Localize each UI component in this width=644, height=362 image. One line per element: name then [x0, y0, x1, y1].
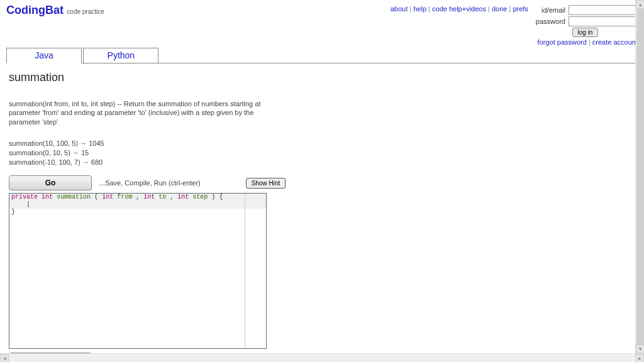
password-label: password — [533, 18, 565, 25]
tabs: Java Python — [6, 48, 638, 63]
example-line: summation(0, 10, 5) → 15 — [9, 148, 638, 158]
code-line-cursor[interactable]: | — [9, 201, 266, 209]
vertical-scrollbar[interactable]: ▴ ▾ — [635, 0, 644, 353]
scroll-up-arrow-icon[interactable]: ▴ — [636, 0, 644, 9]
about-link[interactable]: about — [391, 5, 408, 13]
login-button[interactable]: log in — [572, 28, 599, 37]
run-hint: ...Save, Compile, Run (ctrl-enter) — [99, 179, 201, 187]
problem-description: summation(int from, int to, int step) --… — [9, 99, 286, 126]
id-input[interactable] — [569, 5, 638, 15]
header: CodingBat code practice about | help | c… — [6, 4, 638, 48]
logo-subtitle: code practice — [67, 8, 104, 15]
login-form: id/email password log in forgot password… — [533, 5, 638, 46]
editor-gutter — [245, 194, 245, 348]
password-input[interactable] — [569, 16, 638, 26]
scroll-right-arrow-icon[interactable]: ▸ — [635, 354, 644, 363]
top-right-area: about | help | code help+videos | done |… — [391, 5, 638, 46]
scroll-down-arrow-icon[interactable]: ▾ — [636, 344, 644, 353]
code-editor[interactable]: private int summation ( int from , int t… — [9, 193, 267, 349]
show-hint-button[interactable]: Show Hint — [246, 178, 286, 189]
tab-java[interactable]: Java — [6, 48, 82, 63]
help-link[interactable]: help — [413, 5, 426, 13]
example-line: summation(10, 100, 5) → 1045 — [9, 139, 638, 148]
id-label: id/email — [533, 6, 565, 14]
code-line[interactable]: } — [9, 209, 266, 216]
done-link[interactable]: done — [492, 5, 507, 13]
problem-title: summation — [9, 71, 638, 84]
prefs-link[interactable]: prefs — [513, 5, 528, 13]
code-line[interactable]: private int summation ( int from , int t… — [9, 194, 266, 201]
scroll-thumb[interactable] — [636, 9, 644, 344]
go-button[interactable]: Go — [9, 175, 92, 190]
forgot-password-link[interactable]: forgot password — [538, 38, 587, 46]
codehelp-link[interactable]: code help+videos — [432, 5, 486, 13]
create-account-link[interactable]: create account — [592, 38, 638, 46]
scroll-left-arrow-icon[interactable]: ◂ — [0, 354, 9, 363]
logo[interactable]: CodingBat — [6, 4, 64, 16]
problem-examples: summation(10, 100, 5) → 1045 summation(0… — [9, 139, 638, 167]
tab-python[interactable]: Python — [83, 48, 158, 63]
horizontal-scrollbar[interactable]: ◂ ▸ — [0, 353, 644, 362]
example-line: summation(-10, 100, 7) → 680 — [9, 158, 638, 167]
